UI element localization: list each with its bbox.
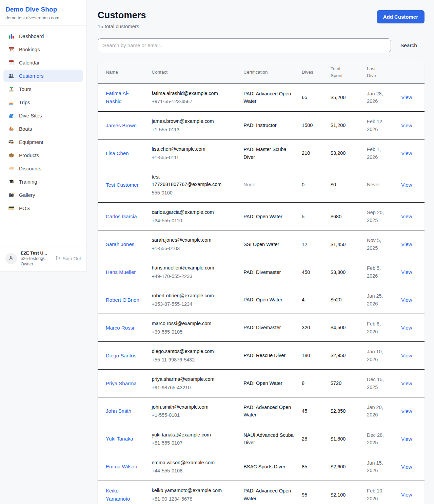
search-button[interactable]: Search	[391, 42, 425, 49]
customer-total-spent: $4,500	[327, 314, 363, 342]
sidebar-item-calendar[interactable]: Calendar	[3, 56, 83, 69]
sidebar-item-training[interactable]: Training	[3, 175, 83, 188]
customer-certification: PADI Open Water	[243, 297, 282, 302]
sidebar-item-label: Dive Sites	[19, 113, 42, 118]
customer-name-link[interactable]: Marco Rossi	[106, 324, 134, 332]
customer-name-link[interactable]: Emma Wilson	[106, 463, 137, 471]
customer-phone: +1-555-0113	[152, 126, 226, 133]
add-customer-button[interactable]: Add Customer	[377, 10, 425, 23]
sidebar-item-label: Tours	[19, 86, 32, 92]
sidebar-item-tours[interactable]: Tours	[3, 83, 83, 95]
customer-dives: 28	[298, 425, 327, 453]
column-header-total-spent: Total Spent	[327, 61, 363, 83]
view-link[interactable]: View	[401, 269, 412, 275]
column-header-last-dive: Last Dive	[363, 61, 397, 83]
view-link[interactable]: View	[401, 353, 412, 358]
customer-last-dive: Jan 10, 2026	[363, 342, 397, 370]
customer-name-link[interactable]: Carlos Garcia	[106, 212, 137, 221]
page-title: Customers	[98, 10, 146, 21]
customer-name-link[interactable]: John Smith	[106, 407, 131, 415]
sidebar-item-discounts[interactable]: Discounts	[3, 162, 83, 175]
customer-last-dive: Never	[363, 167, 397, 203]
package-icon	[8, 152, 15, 158]
view-link[interactable]: View	[401, 213, 412, 219]
table-row: Keiko Yamamoto keiko.yamamoto@example.co…	[98, 481, 425, 504]
view-link[interactable]: View	[401, 182, 412, 188]
view-link[interactable]: View	[401, 241, 412, 247]
view-link[interactable]: View	[401, 94, 412, 100]
view-link[interactable]: View	[401, 123, 412, 128]
customer-name-link[interactable]: Hans Mueller	[106, 268, 136, 276]
customer-dives: 210	[298, 139, 327, 167]
search-row: Search	[98, 38, 425, 52]
sidebar-item-products[interactable]: Products	[3, 149, 83, 162]
customer-last-dive: Jan 15, 2026	[363, 453, 397, 481]
customer-name-link[interactable]: Fatima Al-Rashid	[106, 89, 144, 106]
sidebar-item-gallery[interactable]: Gallery	[3, 189, 83, 201]
sidebar-item-pos[interactable]: POS	[3, 202, 83, 214]
view-link[interactable]: View	[401, 380, 412, 386]
customer-dives: 85	[298, 453, 327, 481]
brand-title: Demo Dive Shop	[5, 6, 81, 13]
view-link[interactable]: View	[401, 408, 412, 414]
customer-email: fatima.alrashid@example.com	[152, 90, 226, 97]
sidebar-item-dive-sites[interactable]: Dive Sites	[3, 109, 83, 122]
sign-out-button[interactable]: Sign Out	[55, 255, 81, 262]
view-link[interactable]: View	[401, 297, 412, 303]
view-link[interactable]: View	[401, 436, 412, 442]
customer-email: carlos.garcia@example.com	[152, 208, 226, 216]
customer-total-spent: $520	[327, 286, 363, 314]
sidebar-item-label: Boats	[19, 126, 32, 132]
customer-email: hans.mueller@example.com	[152, 264, 226, 272]
customer-certification: PADI Divemaster	[243, 269, 281, 275]
customer-phone: 555-0100	[152, 189, 226, 197]
customer-dives: 12	[298, 230, 327, 258]
table-row: Diego Santos diego.santos@example.com +5…	[98, 342, 425, 370]
view-link[interactable]: View	[401, 150, 412, 156]
user-role: Owner	[21, 262, 51, 266]
sidebar-item-label: Training	[19, 179, 37, 185]
search-input[interactable]	[98, 38, 391, 52]
table-row: Carlos Garcia carlos.garcia@example.com …	[98, 203, 425, 230]
customer-certification: SSI Open Water	[243, 242, 279, 247]
customer-email: diego.santos@example.com	[152, 348, 226, 355]
view-link[interactable]: View	[401, 325, 412, 331]
customer-phone: +81-555-0107	[152, 439, 226, 447]
sidebar-item-trips[interactable]: Trips	[3, 96, 83, 109]
brand-block: Demo Dive Shop demo.test.divestreams.com	[0, 0, 86, 26]
customer-last-dive: Dec 15, 2025	[363, 370, 397, 397]
sidebar-item-equipment[interactable]: Equipment	[3, 136, 83, 148]
customer-phone: +91-98765-43210	[152, 384, 226, 391]
customer-name-link[interactable]: Sarah Jones	[106, 240, 134, 248]
customer-name-link[interactable]: Test Customer	[106, 181, 139, 189]
sidebar-item-customers[interactable]: Customers	[3, 70, 83, 82]
table-row: Robert O'Brien robert.obrien@example.com…	[98, 286, 425, 314]
tear-calendar-icon	[8, 59, 15, 66]
customer-certification: PADI Advanced Open Water	[243, 405, 291, 417]
sidebar-item-bookings[interactable]: 17Bookings	[3, 43, 83, 56]
credit-card-icon	[8, 205, 15, 211]
user-footer: E2E Test U... e2e-tester@... Owner Sign …	[0, 246, 86, 271]
customer-phone: +1-555-0101	[152, 411, 226, 419]
customer-name-link[interactable]: Keiko Yamamoto	[106, 487, 144, 503]
table-row: Marco Rossi marco.rossi@example.com +39-…	[98, 314, 425, 342]
page-subtitle: 15 total customers	[98, 23, 146, 29]
table-row: Yuki Tanaka yuki.tanaka@example.com +81-…	[98, 425, 425, 453]
customer-name-link[interactable]: Priya Sharma	[106, 379, 137, 388]
bar-chart-icon	[8, 33, 15, 39]
sidebar-item-boats[interactable]: Boats	[3, 123, 83, 135]
customer-phone: +49-170-555-2233	[152, 273, 226, 280]
customer-name-link[interactable]: Robert O'Brien	[106, 296, 139, 304]
customer-name-link[interactable]: Yuki Tanaka	[106, 435, 133, 443]
customer-total-spent: $2,950	[327, 342, 363, 370]
view-link[interactable]: View	[401, 464, 412, 470]
calendar-date-icon: 17	[8, 46, 15, 53]
view-link[interactable]: View	[401, 492, 412, 498]
customer-name-link[interactable]: James Brown	[106, 122, 137, 130]
customer-total-spent: $2,100	[327, 481, 363, 504]
customer-name-link[interactable]: Diego Santos	[106, 352, 136, 360]
table-row: Priya Sharma priya.sharma@example.com +9…	[98, 370, 425, 397]
sidebar-item-dashboard[interactable]: Dashboard	[3, 30, 83, 42]
customer-name-link[interactable]: Lisa Chen	[106, 149, 129, 157]
brand-domain: demo.test.divestreams.com	[5, 15, 81, 20]
